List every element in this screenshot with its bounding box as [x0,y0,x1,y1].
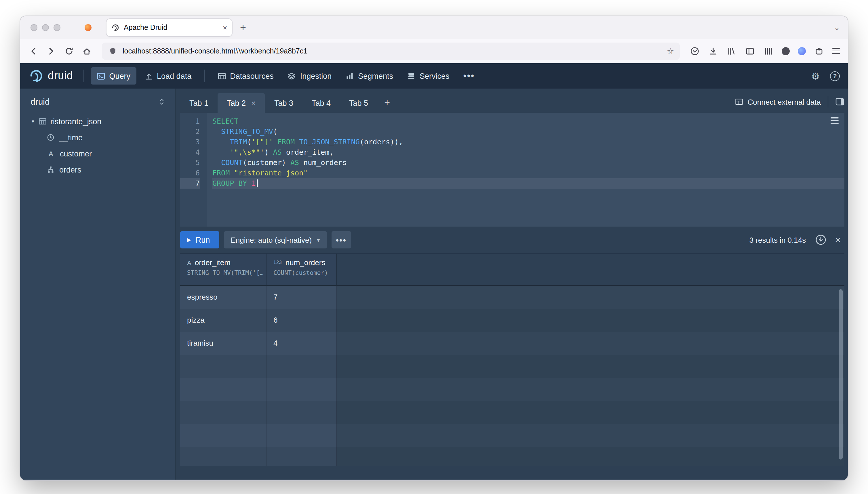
browser-tab[interactable]: Apache Druid ✕ [107,19,232,36]
workbench-tab-label: Tab 2 [227,99,246,107]
browser-toolbar: localhost:8888/unified-console.html#work… [20,39,848,63]
puzzle-icon[interactable] [814,46,824,56]
row-filler [337,401,845,424]
sidebar-toggle-icon[interactable] [745,46,755,56]
cell-num-orders[interactable]: 7 [267,286,337,309]
zoom-window-button[interactable] [54,24,60,31]
brand-text: druid [48,70,73,82]
tab-overflow-chevron-icon[interactable]: ⌄ [834,23,840,32]
bookmark-star-icon[interactable]: ☆ [667,46,674,56]
screen: Apache Druid ✕ + ⌄ localhost:8888/unifie… [0,0,868,494]
details-panel-icon[interactable] [835,97,845,107]
code-line[interactable]: '",\s*"') AS order_item, [212,147,845,157]
tab-close-icon[interactable]: ✕ [222,24,228,31]
caret-down-icon[interactable]: ▾ [32,118,34,124]
settings-gear-icon[interactable]: ⚙ [811,71,820,81]
url-bar[interactable]: localhost:8888/unified-console.html#work… [102,42,680,59]
close-results-icon[interactable]: ✕ [835,235,841,244]
run-button[interactable]: ▶ Run [180,231,219,248]
add-tab-button[interactable]: + [377,93,397,113]
cell-order-item[interactable]: pizza [180,309,267,332]
code-line[interactable]: SELECT [212,116,845,127]
results-scrollbar[interactable] [839,289,843,459]
sort-icon[interactable] [158,97,166,106]
reload-icon[interactable] [64,46,74,56]
minimize-window-button[interactable] [42,24,49,31]
number-type-icon: 123 [273,260,282,265]
druid-console: druid Query Load data Datasources [20,63,848,480]
empty-row [180,447,845,466]
workbench-tab-label: Tab 3 [274,99,293,107]
row-filler [337,355,845,378]
nav-query[interactable]: Query [91,67,137,84]
code-line[interactable]: STRING_TO_MV( [212,127,845,137]
code-line[interactable]: GROUP BY 1 [212,178,845,189]
menu-icon[interactable] [832,48,840,54]
downloads-icon[interactable] [708,46,718,56]
workbench-tab[interactable]: Tab 2✕ [218,93,265,113]
editor-gutter: 1234567 [180,113,206,227]
workbench-tab[interactable]: Tab 1 [180,93,218,113]
column-header-num-orders[interactable]: 123 num_orders COUNT(customer) [267,253,337,285]
library-icon[interactable] [726,46,737,56]
workbench-tab-close-icon[interactable]: ✕ [251,100,256,106]
cell-order-item[interactable]: espresso [180,286,267,309]
workbench-tab-label: Tab 5 [349,99,368,107]
close-window-button[interactable] [31,24,37,31]
workbench-tab[interactable]: Tab 5 [340,93,377,113]
workbench-tab[interactable]: Tab 4 [303,93,340,113]
tree-item-time-column[interactable]: __time [20,129,175,146]
tree-item-complex-column[interactable]: orders [20,162,175,178]
back-icon[interactable] [28,46,39,56]
code-line[interactable]: COUNT(customer) AS num_orders [212,157,845,168]
header-filler [337,253,845,285]
druid-navbar: druid Query Load data Datasources [20,63,848,89]
result-row: pizza6 [180,309,845,332]
firefox-view-icon[interactable] [85,24,91,31]
query-more-button[interactable]: ••• [331,231,351,248]
workbench-tab[interactable]: Tab 3 [265,93,303,113]
editor-menu-icon[interactable] [831,117,839,124]
new-tab-button[interactable]: + [240,22,246,33]
ingestion-icon [288,72,296,80]
pocket-icon[interactable] [690,46,700,56]
browser-tabstrip: Apache Druid ✕ + ⌄ [20,16,848,39]
navbar-divider [84,70,84,82]
download-icon[interactable] [815,234,827,246]
shield-icon[interactable] [108,46,118,56]
connect-external-data-button[interactable]: Connect external data [735,97,821,106]
druid-brand[interactable]: druid [28,69,73,83]
forward-icon[interactable] [46,46,56,56]
line-number: 5 [180,157,200,168]
code-line[interactable]: FROM "ristorante_json" [212,168,845,178]
column-label: __time [59,133,83,142]
nav-datasources[interactable]: Datasources [212,67,279,84]
nav-ingestion[interactable]: Ingestion [282,67,338,84]
cell-order-item[interactable]: tiramisu [180,332,267,355]
column-header-order-item[interactable]: A order_item STRING_TO_MV(TRIM('[… [180,253,267,285]
help-icon[interactable]: ? [830,71,840,81]
nav-load-data[interactable]: Load data [139,67,197,84]
extension-icon[interactable] [798,47,806,55]
nav-more-button[interactable]: ••• [457,67,480,84]
cell-order-item [180,424,267,447]
tree-item-string-column[interactable]: A customer [20,146,175,162]
cell-order-item [180,378,267,401]
cell-num-orders[interactable]: 6 [267,309,337,332]
sql-editor[interactable]: 1234567 SELECT STRING_TO_MV( TRIM('["]' … [180,113,845,227]
row-filler [337,286,845,309]
engine-select[interactable]: Engine: auto (sql-native) ▾ [223,231,327,248]
tabs-grid-icon[interactable] [763,46,774,56]
home-icon[interactable] [82,46,92,56]
nav-services[interactable]: Services [401,67,455,84]
cell-num-orders [267,447,337,466]
column-name: num_orders [286,258,325,267]
tree-item-datasource[interactable]: ▾ ristorante_json [20,113,175,129]
editor-code[interactable]: SELECT STRING_TO_MV( TRIM('["]' FROM TO_… [206,113,845,227]
nav-label: Query [109,72,131,80]
privacy-badger-icon[interactable] [782,47,790,55]
cell-num-orders[interactable]: 4 [267,332,337,355]
row-filler [337,424,845,447]
code-line[interactable]: TRIM('["]' FROM TO_JSON_STRING(orders)), [212,137,845,147]
nav-segments[interactable]: Segments [340,67,399,84]
